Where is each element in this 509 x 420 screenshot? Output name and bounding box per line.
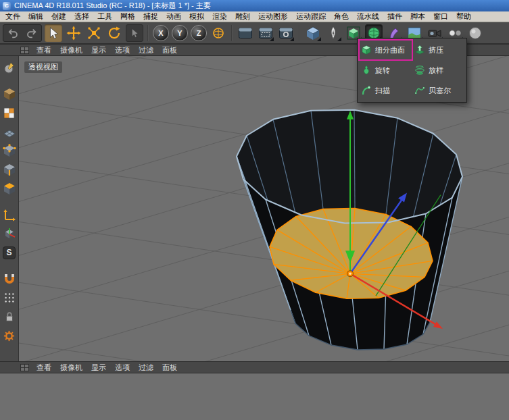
scale-icon xyxy=(87,26,101,41)
last-tool-used[interactable] xyxy=(126,24,143,42)
view-menu-bottom[interactable]: 查看 xyxy=(37,363,51,373)
display-menu-bottom[interactable]: 显示 xyxy=(91,363,106,373)
move-tool[interactable] xyxy=(65,24,82,42)
history-group xyxy=(3,24,42,42)
object-axis-button[interactable] xyxy=(1,226,18,242)
viewport-solo-button[interactable]: S xyxy=(1,244,18,261)
render-region-button[interactable] xyxy=(257,24,274,42)
tools-menu[interactable]: 工具 xyxy=(93,11,116,22)
mesh-menu[interactable]: 网格 xyxy=(116,11,139,22)
rotate-tool[interactable] xyxy=(105,24,123,42)
popup-item-extrude[interactable]: 挤压 xyxy=(412,40,466,60)
script-menu[interactable]: 脚本 xyxy=(406,11,429,22)
edit-menu[interactable]: 编辑 xyxy=(24,11,47,22)
coordinate-globe-icon xyxy=(211,26,226,41)
live-selection-tool[interactable] xyxy=(45,24,62,42)
snap-button[interactable] xyxy=(1,271,18,287)
points-mode-button[interactable] xyxy=(1,142,18,159)
snap-settings-button[interactable] xyxy=(1,327,18,344)
mograph-menu[interactable]: 运动图形 xyxy=(254,11,292,22)
x-axis-lock[interactable]: X xyxy=(153,25,169,41)
render-view-icon xyxy=(238,26,253,41)
create-menu[interactable]: 创建 xyxy=(47,11,70,22)
workplane-lock-button[interactable] xyxy=(1,309,18,325)
cameras-menu-bottom[interactable]: 摄像机 xyxy=(60,363,82,373)
model-mode-button[interactable] xyxy=(1,86,18,102)
panel-menu-bottom[interactable]: 面板 xyxy=(162,363,177,373)
y-axis-lock[interactable]: Y xyxy=(172,25,188,41)
window-menu[interactable]: 窗口 xyxy=(429,11,452,22)
coordinate-system-toggle[interactable] xyxy=(210,24,227,42)
grid-dots-icon xyxy=(3,292,16,304)
help-menu[interactable]: 帮助 xyxy=(452,11,475,22)
bottom-viewport[interactable] xyxy=(0,373,509,420)
file-menu[interactable]: 文件 xyxy=(1,11,24,22)
texture-mode-button[interactable] xyxy=(1,105,18,121)
render-settings-button[interactable] xyxy=(277,24,295,42)
make-editable-button[interactable] xyxy=(1,59,18,76)
app-icon: C xyxy=(3,2,11,10)
options-menu[interactable]: 选项 xyxy=(115,45,130,55)
extrude-icon xyxy=(414,45,425,55)
animate-menu[interactable]: 动画 xyxy=(162,11,185,22)
loft-icon xyxy=(414,65,425,76)
popup-item-loft[interactable]: 放样 xyxy=(412,60,466,80)
spline-pen-button[interactable] xyxy=(324,24,342,42)
popup-item-label: 放样 xyxy=(429,65,443,76)
motion-tracker-menu[interactable]: 运动跟踪 xyxy=(292,11,330,22)
panel-layout-icon-bottom[interactable] xyxy=(20,364,29,371)
popup-item-bezier[interactable]: 贝塞尔 xyxy=(412,80,466,101)
lock-icon xyxy=(3,311,16,323)
filter-menu-bottom[interactable]: 过滤 xyxy=(139,363,153,373)
pen-icon xyxy=(326,26,341,41)
cameras-menu[interactable]: 摄像机 xyxy=(60,45,82,55)
popup-item-subdivision-surface[interactable]: 细分曲面 xyxy=(359,40,412,60)
toolbar-separator xyxy=(299,25,300,41)
redo-icon xyxy=(25,27,37,39)
left-palette: S xyxy=(0,56,19,361)
filter-menu[interactable]: 过滤 xyxy=(139,45,153,55)
render-settings-icon xyxy=(278,26,293,41)
popup-item-sweep[interactable]: 扫描 xyxy=(359,80,412,101)
primitive-cube-button[interactable] xyxy=(304,24,322,42)
select-menu[interactable]: 选择 xyxy=(70,11,93,22)
panel-menu[interactable]: 面板 xyxy=(162,45,177,55)
undo-button[interactable] xyxy=(5,26,22,41)
plugins-menu[interactable]: 插件 xyxy=(383,11,406,22)
render-view-button[interactable] xyxy=(237,24,254,42)
simulate-menu[interactable]: 模拟 xyxy=(185,11,208,22)
toolbar-separator xyxy=(147,25,149,41)
character-menu[interactable]: 角色 xyxy=(330,11,353,22)
options-menu-bottom[interactable]: 选项 xyxy=(115,363,130,373)
bezier-icon xyxy=(414,85,425,96)
quantize-button[interactable] xyxy=(1,290,18,306)
scale-tool[interactable] xyxy=(85,24,103,42)
z-axis-lock[interactable]: Z xyxy=(191,25,207,41)
sculpt-menu[interactable]: 雕刻 xyxy=(231,11,254,22)
origin-point-core xyxy=(349,272,352,275)
object-axis-icon xyxy=(3,227,16,240)
gear-icon xyxy=(3,330,16,342)
display-menu[interactable]: 显示 xyxy=(91,45,106,55)
view-label[interactable]: 透视视图 xyxy=(24,61,62,73)
polygons-mode-icon xyxy=(3,182,16,195)
lathe-icon xyxy=(361,65,372,76)
make-editable-icon xyxy=(3,61,16,74)
panel-layout-icon[interactable] xyxy=(20,47,29,54)
snap-menu[interactable]: 捕捉 xyxy=(139,11,162,22)
popup-item-lathe[interactable]: 旋转 xyxy=(359,60,412,80)
popup-item-label: 细分曲面 xyxy=(375,45,405,55)
render-menu[interactable]: 渲染 xyxy=(208,11,231,22)
sky-button[interactable] xyxy=(466,24,484,42)
workplane-mode-icon xyxy=(3,125,16,138)
pipeline-menu[interactable]: 流水线 xyxy=(353,11,383,22)
polygons-mode-button[interactable] xyxy=(1,180,18,196)
redo-button[interactable] xyxy=(23,26,39,41)
magnet-icon xyxy=(3,272,16,286)
sweep-icon xyxy=(361,85,372,96)
workplane-mode-button[interactable] xyxy=(1,124,18,140)
view-menu[interactable]: 查看 xyxy=(37,45,51,55)
texture-mode-icon xyxy=(3,107,16,120)
edges-mode-button[interactable] xyxy=(1,161,18,178)
axis-mode-button[interactable] xyxy=(1,207,18,223)
